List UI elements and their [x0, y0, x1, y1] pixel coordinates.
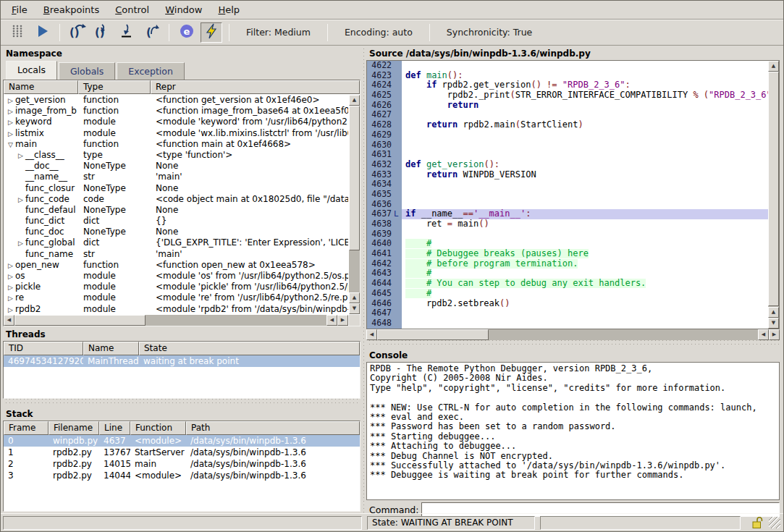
line-number-gutter[interactable]: 4627 [367, 110, 402, 120]
stack-col-filename[interactable]: Filename [49, 421, 99, 435]
line-number-gutter[interactable]: 4635 [367, 190, 402, 200]
tree-expand-icon[interactable]: ▷ [6, 117, 15, 127]
break-button[interactable] [7, 22, 28, 43]
namespace-row[interactable]: ▽mainfunction<function main at 0x1ef4668… [4, 139, 348, 150]
step-button[interactable]: () [91, 22, 113, 43]
namespace-col-repr[interactable]: Repr [151, 80, 360, 94]
line-number-gutter[interactable]: 4629 [367, 130, 402, 140]
scroll-left-icon[interactable]: ◀ [366, 329, 377, 340]
namespace-row[interactable]: ▷get_versionfunction<function get_versio… [4, 95, 348, 106]
tree-expand-icon[interactable]: ▷ [16, 238, 25, 248]
line-number-gutter[interactable]: 4642 [367, 259, 402, 269]
stack-row[interactable]: 1rpdb2.py13767StartServer/data/sys/bin/w… [4, 447, 360, 458]
namespace-row[interactable]: ▷remodule<module 're' from '/usr/lib64/p… [4, 292, 348, 303]
menu-help[interactable]: Help [210, 1, 248, 18]
source-console-splitter[interactable] [366, 340, 780, 347]
line-number-gutter[interactable]: 4622 [367, 61, 402, 71]
scroll-up-icon[interactable]: ▲ [349, 292, 360, 303]
line-number-gutter[interactable]: 4647 [367, 308, 402, 318]
threads-col-state[interactable]: State [139, 342, 360, 355]
scroll-down-icon[interactable]: ▼ [768, 318, 779, 329]
line-number-gutter[interactable]: 4638 [367, 219, 402, 229]
stack-row[interactable]: 0winpdb.py4637<module>/data/sys/bin/winp… [4, 435, 360, 447]
line-number-gutter[interactable]: 4641 [367, 249, 402, 259]
menu-window[interactable]: Window [157, 1, 210, 18]
line-number-gutter[interactable]: 4626 [367, 101, 402, 111]
line-number-gutter[interactable]: 4628 [367, 120, 402, 130]
threads-stack-splitter[interactable] [3, 399, 361, 406]
scroll-up-icon[interactable]: ▲ [768, 61, 779, 72]
tree-collapse-icon[interactable]: ▽ [6, 140, 15, 150]
scroll-thumb[interactable] [768, 72, 779, 306]
line-number-gutter[interactable]: 4624 [367, 80, 402, 90]
line-number-gutter[interactable]: 4633 [367, 170, 402, 180]
resize-grip[interactable] [769, 517, 780, 528]
menu-breakpoints[interactable]: Breakpoints [35, 1, 107, 18]
namespace-vscrollbar[interactable]: ▲ ▲ ▼ [349, 95, 360, 314]
stack-row[interactable]: 3rpdb2.py14044<module>/data/sys/bin/winp… [4, 470, 360, 481]
namespace-col-name[interactable]: Name [4, 80, 78, 94]
namespace-row[interactable]: __doc__NoneTypeNone [4, 161, 348, 172]
namespace-row[interactable]: ▷image_from_bfunction<function image_fro… [4, 106, 348, 117]
namespace-row[interactable]: func_docNoneTypeNone [4, 227, 348, 237]
stack-col-function[interactable]: Function [130, 421, 186, 435]
namespace-row[interactable]: ▷func_codecode<code object main at 0x180… [4, 194, 348, 205]
namespace-row[interactable]: __name__str'main' [4, 172, 348, 182]
tree-expand-icon[interactable]: ▷ [6, 96, 15, 106]
tree-expand-icon[interactable]: ▷ [6, 106, 15, 117]
goto-button[interactable] [116, 22, 138, 43]
namespace-row[interactable]: ▷osmodule<module 'os' from '/usr/lib64/p… [4, 271, 348, 282]
scroll-right-icon[interactable]: ▶ [337, 315, 348, 326]
line-number-gutter[interactable]: 4630 [367, 140, 402, 151]
scroll-left-icon[interactable]: ◀ [758, 329, 769, 340]
line-number-gutter[interactable]: 4636 [367, 200, 402, 210]
encoding-button[interactable]: e [176, 22, 198, 43]
namespace-col-type[interactable]: Type [78, 80, 151, 94]
stack-row[interactable]: 2rpdb2.py14015main/data/sys/bin/winpdb-1… [4, 458, 360, 470]
next-button[interactable]: () [67, 22, 88, 43]
tree-expand-icon[interactable]: ▷ [6, 282, 15, 292]
stack-col-line[interactable]: Line [99, 421, 130, 435]
threads-col-name[interactable]: Name [83, 342, 139, 355]
tab-exception[interactable]: Exception [117, 62, 185, 80]
line-number-gutter[interactable]: 4640 [367, 239, 402, 249]
namespace-row[interactable]: ▷open_newfunction<function open_new at 0… [4, 260, 348, 271]
scroll-right-icon[interactable]: ▶ [769, 329, 780, 340]
namespace-row[interactable]: func_dictdict{} [4, 216, 348, 227]
tab-globals[interactable]: Globals [59, 62, 115, 80]
tree-expand-icon[interactable]: ▷ [16, 195, 25, 205]
scroll-up-icon[interactable]: ▲ [349, 95, 360, 106]
namespace-row[interactable]: ▷rpdb2module<module 'rpdb2' from '/data/… [4, 304, 348, 314]
scroll-left-icon[interactable]: ◀ [4, 315, 14, 326]
tree-expand-icon[interactable]: ▷ [6, 305, 15, 314]
line-number-gutter[interactable]: 4639 [367, 229, 402, 240]
line-number-gutter[interactable]: 4623 [367, 71, 402, 81]
scroll-down-icon[interactable]: ▼ [349, 303, 360, 314]
line-number-gutter[interactable]: 4634 [367, 180, 402, 190]
tree-expand-icon[interactable]: ▷ [6, 129, 15, 139]
scroll-thumb[interactable] [14, 315, 146, 326]
namespace-row[interactable]: ▷picklemodule<module 'pickle' from '/usr… [4, 282, 348, 292]
namespace-row[interactable]: ▷__class__type<type 'function'> [4, 150, 348, 161]
line-number-gutter[interactable]: 4625 [367, 90, 402, 101]
scroll-thumb[interactable] [349, 106, 360, 250]
tree-expand-icon[interactable]: ▷ [6, 271, 15, 282]
go-button[interactable] [31, 22, 53, 43]
line-number-gutter[interactable]: 4644 [367, 279, 402, 289]
scroll-left-icon[interactable]: ◀ [326, 315, 337, 326]
namespace-row[interactable]: ▷keywordmodule<module 'keyword' from '/u… [4, 117, 348, 127]
scroll-thumb[interactable] [377, 329, 489, 340]
threads-row[interactable]: 46974534127920MainThreadwaiting at break… [4, 355, 360, 367]
console-output[interactable]: RPDB - The Remote Python Debugger, versi… [366, 362, 780, 500]
line-number-gutter[interactable]: 4646 [367, 299, 402, 309]
namespace-row[interactable]: func_closurNoneTypeNone [4, 183, 348, 194]
namespace-row[interactable]: func_namestr'main' [4, 249, 348, 260]
main-splitter[interactable] [361, 46, 366, 513]
threads-list[interactable]: TIDNameState 46974534127920MainThreadwai… [3, 341, 361, 399]
source-editor[interactable]: 46224623def main():4624 if rpdb2.get_ver… [366, 60, 780, 329]
stack-list[interactable]: FrameFilenameLineFunctionPath 0winpdb.py… [3, 421, 361, 512]
tree-expand-icon[interactable]: ▷ [6, 261, 15, 271]
threads-col-tid[interactable]: TID [4, 342, 83, 355]
source-hscrollbar[interactable]: ◀ ◀ ▶ [366, 329, 780, 340]
line-number-gutter[interactable]: 4648 [367, 318, 402, 329]
